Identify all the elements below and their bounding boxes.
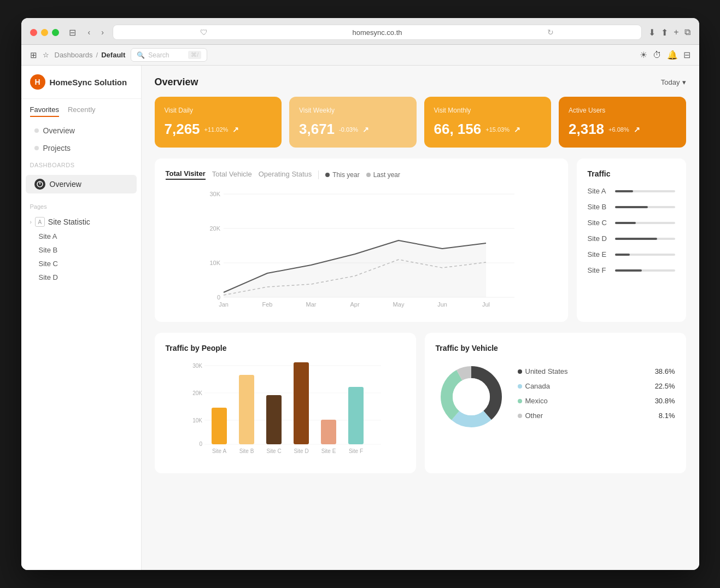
sidebar-item-projects[interactable]: Projects (26, 140, 137, 156)
forward-button[interactable]: › (99, 27, 106, 38)
legend-this-year: This year (325, 171, 359, 179)
browser-actions: ⬇ ⬆ + ⧉ (648, 27, 690, 38)
traffic-by-people-card: Traffic by People 30K 20K 10K 0 (155, 333, 416, 473)
svg-text:30K: 30K (192, 363, 202, 369)
bar-chart-area: 30K 20K 10K 0 (166, 361, 405, 462)
svg-text:20K: 20K (192, 390, 202, 396)
traffic-site-row-3: Site D (588, 234, 675, 243)
star-icon[interactable]: ☆ (43, 51, 49, 59)
sidebar-item-site-b[interactable]: Site B (21, 243, 141, 257)
stat-card-visit-monthly: Visit Monthly 66, 156 +15.03% ↗ (424, 97, 552, 148)
sidebar-item-site-d[interactable]: Site D (21, 271, 141, 284)
dashboard-overview-item[interactable]: Overview (26, 175, 137, 193)
new-tab-icon[interactable]: + (674, 27, 678, 37)
traffic-lights (30, 29, 59, 36)
legend-item-us: United States 38.6% (518, 367, 675, 375)
sidebar-toggle-button[interactable]: ⊟ (66, 26, 79, 39)
dashboards-label: Dashboards (30, 162, 132, 168)
svg-rect-28 (294, 362, 309, 444)
tab-favorites[interactable]: Favorites (30, 105, 59, 117)
address-bar[interactable]: 🛡 homesync.co.th ↻ (113, 25, 642, 40)
logo-icon: H (30, 74, 45, 90)
svg-rect-29 (321, 420, 336, 444)
svg-text:10K: 10K (192, 418, 202, 424)
stat-value-visit-monthly: 66, 156 +15.03% ↗ (434, 121, 542, 138)
dashboards-section: Dashboards (21, 157, 141, 174)
stat-value-visit-weekly: 3,671 -0.03% ↗ (299, 121, 407, 138)
svg-text:Jun: Jun (437, 301, 447, 308)
line-chart-card: Total Visiter Total Vehicle Operating St… (155, 158, 568, 322)
svg-rect-26 (239, 375, 254, 444)
svg-rect-27 (266, 395, 282, 444)
nav-overview-label: Overview (43, 126, 75, 135)
chevron-right-icon: › (30, 219, 32, 225)
traffic-site-row-0: Site A (588, 187, 675, 195)
tabs-icon[interactable]: ⧉ (684, 27, 690, 37)
url-text: homesync.co.th (293, 28, 462, 37)
breadcrumb: Dashboards / Default (55, 51, 126, 59)
trend-icon-0: ↗ (232, 125, 239, 134)
svg-text:10K: 10K (209, 260, 220, 266)
share-icon[interactable]: ⬆ (661, 27, 668, 38)
legend-dot-last-year (366, 173, 371, 177)
svg-text:Feb: Feb (262, 301, 272, 308)
traffic-by-people-title: Traffic by People (166, 344, 405, 352)
traffic-site-row-1: Site B (588, 203, 675, 211)
minimize-button[interactable] (41, 29, 48, 36)
tab-total-visiter[interactable]: Total Visiter (166, 169, 206, 180)
stat-value-active-users: 2,318 +6.08% ↗ (569, 121, 676, 138)
stat-label-visit-weekly: Visit Weekly (299, 107, 407, 114)
sidebar-item-site-c[interactable]: Site C (21, 257, 141, 271)
svg-text:Mar: Mar (306, 301, 316, 308)
period-selector[interactable]: Today ▾ (661, 78, 686, 86)
back-button[interactable]: ‹ (86, 27, 93, 38)
legend-last-year: Last year (366, 171, 400, 179)
bottom-charts-row: Traffic by People 30K 20K 10K 0 (155, 333, 686, 473)
line-chart: 30K 20K 10K 0 (166, 189, 557, 311)
download-icon[interactable]: ⬇ (648, 27, 655, 38)
dot-other (518, 414, 522, 418)
site-statistic-item[interactable]: › A Site Statistic (21, 214, 141, 230)
maximize-button[interactable] (52, 29, 59, 36)
svg-text:0: 0 (199, 441, 202, 447)
stat-card-visit-daily: Visit Daily 7,265 +11.02% ↗ (155, 97, 282, 148)
svg-text:Site A: Site A (212, 448, 226, 454)
search-icon: 🔍 (137, 51, 145, 59)
close-button[interactable] (30, 29, 37, 36)
overview-title: Overview (155, 77, 198, 88)
tab-recently[interactable]: Recently (68, 105, 96, 117)
legend-item-other: Other 8.1% (518, 411, 675, 420)
bell-icon[interactable]: 🔔 (667, 50, 678, 60)
vehicle-card-content: United States 38.6% Canada 22.5% (436, 361, 675, 432)
search-shortcut: ⌘/ (188, 51, 201, 59)
breadcrumb-dashboards[interactable]: Dashboards (55, 51, 93, 59)
svg-point-41 (453, 378, 490, 415)
sidebar-item-site-a[interactable]: Site A (21, 230, 141, 243)
view-icon[interactable]: ⊟ (683, 50, 690, 60)
donut-chart (436, 361, 507, 432)
line-chart-svg: 30K 20K 10K 0 (166, 189, 557, 309)
nav-dot (34, 128, 39, 133)
trend-icon-1: ↗ (362, 125, 369, 134)
tab-total-vehicle[interactable]: Total Vehicle (212, 170, 252, 179)
traffic-by-vehicle-card: Traffic by Vehicle (425, 333, 686, 473)
history-icon[interactable]: ⏱ (653, 50, 662, 60)
search-bar[interactable]: 🔍 Search ⌘/ (131, 48, 207, 62)
app-layout: H HomeSync Solution Favorites Recently O… (21, 66, 699, 570)
stat-change-visit-monthly: +15.03% (485, 126, 510, 133)
traffic-sites: Site A Site B Site C Site D Site E (588, 187, 675, 274)
bar-chart-svg: 30K 20K 10K 0 (166, 361, 405, 462)
sidebar-item-overview[interactable]: Overview (26, 122, 137, 139)
chart-divider (318, 170, 319, 179)
stat-label-visit-monthly: Visit Monthly (434, 107, 542, 114)
site-statistic-label: Site Statistic (48, 217, 90, 226)
svg-text:0: 0 (216, 294, 220, 301)
pages-header: Pages (21, 201, 141, 214)
dashboard-overview-label: Overview (50, 180, 81, 189)
traffic-site-row-2: Site C (588, 219, 675, 227)
sidebar-logo: H HomeSync Solution (21, 74, 141, 99)
tab-operating-status[interactable]: Operating Status (259, 170, 312, 179)
stat-change-visit-weekly: -0.03% (339, 126, 358, 133)
theme-icon[interactable]: ☀ (640, 50, 647, 60)
layout-icon[interactable]: ⊞ (30, 50, 37, 60)
